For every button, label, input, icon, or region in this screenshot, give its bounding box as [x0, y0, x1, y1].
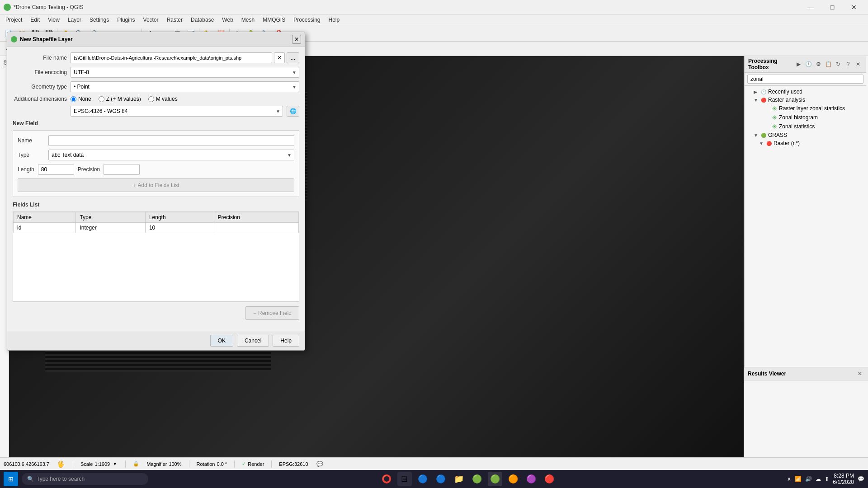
menu-project[interactable]: Project [2, 16, 26, 24]
results-close-btn[interactable]: ✕ [855, 369, 864, 378]
col-name: Name [14, 212, 76, 223]
raster-analysis-icon: 🔴 [761, 98, 766, 103]
table-row[interactable]: id Integer 10 [14, 223, 299, 233]
taskbar-app-purple[interactable]: 🟣 [524, 472, 538, 486]
coordinate-lock-btn[interactable]: 🖐 [57, 460, 66, 469]
tray-network: 📶 [795, 476, 802, 482]
file-browse-button[interactable]: ... [287, 52, 299, 63]
fields-list-section: Fields List Name Type Length Precision [13, 202, 299, 302]
tree-item-zonal-hist[interactable]: ✳ Zonal histogram [745, 113, 866, 122]
menu-processing[interactable]: Processing [290, 16, 324, 24]
maximize-button[interactable]: □ [822, 0, 843, 14]
menu-mesh[interactable]: Mesh [238, 16, 258, 24]
status-bar: 606100.6,4266163.7 🖐 Scale 1:1609 ▼ 🔒 Ma… [0, 457, 868, 470]
length-label: Length [18, 166, 34, 173]
toolbox-icon-btn-1[interactable]: ▶ [794, 60, 803, 69]
tree-label-raster-analysis: Raster analysis [768, 97, 805, 103]
field-type-select[interactable]: abc Text data Integer Decimal Date [48, 150, 294, 160]
tree-item-grass[interactable]: ▼ 🟢 GRASS [745, 131, 866, 139]
file-name-input-row: ✕ ... [71, 52, 299, 63]
menu-web[interactable]: Web [218, 16, 236, 24]
radio-z-input[interactable] [99, 96, 104, 102]
tree-item-zonal-stats[interactable]: ✳ Raster layer zonal statistics [745, 104, 866, 113]
taskbar-clock[interactable]: 8:28 PM 6/1/2020 [833, 473, 854, 485]
menu-raster[interactable]: Raster [163, 16, 186, 24]
menu-vector[interactable]: Vector [140, 16, 162, 24]
taskbar-app-view[interactable]: ⊟ [397, 472, 412, 486]
crs-select[interactable]: EPSG:4326 - WGS 84 EPSG:32610 - WGS 84 /… [71, 106, 283, 117]
menu-view[interactable]: View [44, 16, 63, 24]
fields-list-header: Fields List [13, 202, 299, 208]
taskbar-search[interactable]: 🔍 Type here to search [22, 473, 148, 485]
toolbox-actions: ▶ 🕐 ⚙ 📋 ↻ ? ✕ [794, 60, 863, 69]
tray-notification[interactable]: 💬 [858, 476, 864, 482]
dimensions-radio-group: None Z (+ M values) M values [71, 96, 299, 102]
geometry-type-label: Geometry type [13, 84, 67, 90]
radio-none-option[interactable]: None [71, 96, 91, 102]
dialog-close-button[interactable]: ✕ [292, 35, 301, 44]
taskbar-app-explorer[interactable]: 📁 [452, 472, 466, 486]
additional-dimensions-row: Additional dimensions None Z (+ M values… [13, 96, 299, 102]
menu-settings[interactable]: Settings [86, 16, 113, 24]
tool-icon-3: ✳ [772, 123, 777, 130]
taskbar-app-orange[interactable]: 🟠 [506, 472, 520, 486]
ok-button[interactable]: OK [210, 335, 233, 347]
taskbar-app-cortana[interactable]: ⭕ [379, 472, 394, 486]
status-messages-btn[interactable]: 💬 [316, 460, 325, 469]
toolbox-icon-btn-5[interactable]: ↻ [834, 60, 843, 69]
menu-plugins[interactable]: Plugins [113, 16, 138, 24]
taskbar-app-chrome[interactable]: 🔵 [415, 472, 430, 486]
col-type: Type [76, 212, 146, 223]
tree-item-raster-r[interactable]: ▼ 🔴 Raster (r.*) [745, 139, 866, 147]
additional-dim-label: Additional dimensions [13, 96, 67, 102]
tree-item-zonal-statistics[interactable]: ✳ Zonal statistics [745, 122, 866, 131]
scale-dropdown[interactable]: ▼ [112, 461, 118, 467]
taskbar-app-red[interactable]: 🔴 [542, 472, 557, 486]
field-name-input[interactable] [48, 135, 294, 146]
start-button[interactable]: ⊞ [4, 472, 18, 486]
menu-database[interactable]: Database [187, 16, 217, 24]
add-fields-icon: + [132, 182, 136, 188]
add-to-fields-button[interactable]: + Add to Fields List [18, 178, 294, 192]
tree-item-recently-used[interactable]: ▶ 🕐 Recently used [745, 88, 866, 96]
expand-icon-grass: ▼ [754, 133, 759, 138]
menu-layer[interactable]: Layer [64, 16, 85, 24]
help-button[interactable]: Help [273, 335, 299, 347]
taskbar-app-green[interactable]: 🟢 [470, 472, 484, 486]
toolbox-icon-btn-2[interactable]: 🕐 [804, 60, 813, 69]
file-clear-button[interactable]: ✕ [274, 52, 285, 63]
taskbar-app-r[interactable]: 🔵 [434, 472, 448, 486]
close-button[interactable]: ✕ [844, 0, 864, 14]
new-field-section: Name Type abc Text data Integer Decimal … [13, 130, 299, 197]
precision-input[interactable] [104, 164, 140, 175]
toolbox-icon-btn-4[interactable]: 📋 [824, 60, 833, 69]
toolbox-close-btn[interactable]: ✕ [854, 60, 863, 69]
cancel-button[interactable]: Cancel [237, 335, 269, 347]
toolbox-icon-btn-3[interactable]: ⚙ [814, 60, 823, 69]
menu-mmqgis[interactable]: MMQGIS [259, 16, 289, 24]
menu-edit[interactable]: Edit [27, 16, 43, 24]
minimize-button[interactable]: — [800, 0, 821, 14]
tree-item-raster-analysis[interactable]: ▼ 🔴 Raster analysis [745, 96, 866, 104]
crs-globe-button[interactable]: 🌐 [287, 106, 299, 117]
menu-help[interactable]: Help [325, 16, 344, 24]
radio-z-option[interactable]: Z (+ M values) [99, 96, 141, 102]
toolbox-search-input[interactable] [747, 75, 863, 84]
file-name-input[interactable] [71, 52, 272, 63]
search-icon: 🔍 [27, 476, 34, 482]
radio-m-input[interactable] [148, 96, 154, 102]
dialog-titlebar: New Shapefile Layer ✕ [7, 32, 305, 47]
coordinate-value: 606100.6,4266163.7 [4, 461, 49, 467]
taskbar-app-qgis[interactable]: 🟢 [488, 472, 502, 486]
radio-none-input[interactable] [71, 96, 76, 102]
length-input[interactable] [38, 164, 74, 175]
radio-m-option[interactable]: M values [148, 96, 178, 102]
new-shapefile-dialog: New Shapefile Layer ✕ File name ✕ ... Fi… [7, 32, 305, 351]
expand-icon-raster-analysis: ▼ [754, 98, 759, 103]
window-title: *Drone Camp Testing - QGIS [14, 4, 800, 10]
geometry-type-select[interactable]: • Point Line Polygon [71, 81, 299, 92]
remove-field-button[interactable]: − Remove Field [245, 306, 299, 320]
toolbox-icon-btn-6[interactable]: ? [844, 60, 853, 69]
taskbar-date-value: 6/1/2020 [833, 479, 854, 485]
file-encoding-select[interactable]: UTF-8 UTF-16 ASCII [71, 67, 299, 78]
